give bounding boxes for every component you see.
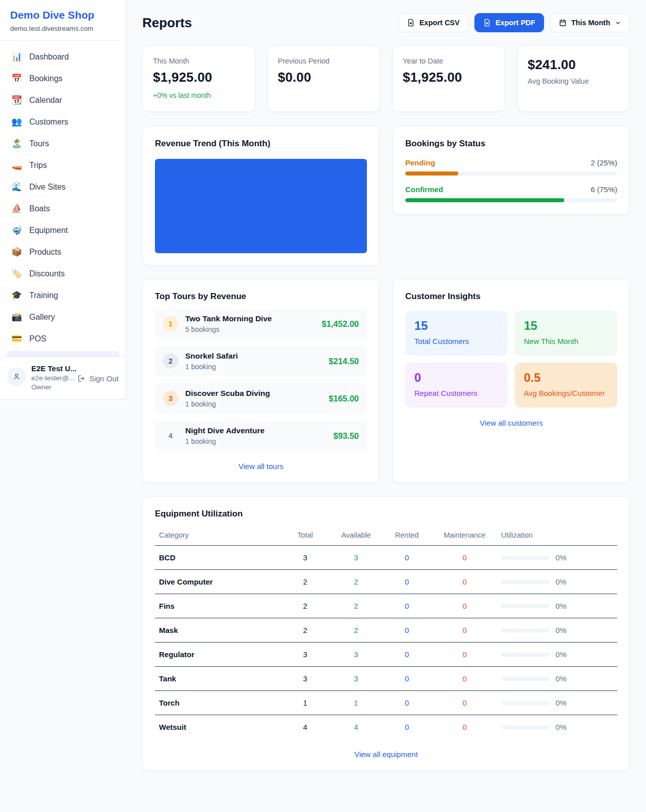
stat-card-avg-booking: $241.00Avg Booking Value <box>517 45 630 112</box>
status-label: Confirmed <box>405 185 443 194</box>
utilization-pct: 0% <box>556 602 567 610</box>
stat-label: Previous Period <box>278 57 370 65</box>
equipment-card: Equipment Utilization CategoryTotalAvail… <box>142 496 630 771</box>
view-all-customers-link[interactable]: View all customers <box>405 419 617 427</box>
period-label: This Month <box>571 19 610 27</box>
export-pdf-label: Export PDF <box>496 19 535 27</box>
sidebar-user: E2E Test U... e2e-tester@... Owner Sign … <box>0 357 126 399</box>
period-dropdown[interactable]: This Month <box>550 13 630 32</box>
status-row-pending: Pending2 (25%) <box>405 158 617 176</box>
rank-badge: 3 <box>163 391 178 406</box>
sidebar-item-label: Boats <box>29 204 50 213</box>
equipment-total: 2 <box>280 570 331 594</box>
sidebar-item-label: Gallery <box>29 313 55 322</box>
progress-fill <box>405 171 458 176</box>
export-pdf-button[interactable]: Export PDF <box>474 13 544 32</box>
sidebar-item-boats[interactable]: ⛵Boats <box>6 198 120 219</box>
sidebar-item-trips[interactable]: 🚤Trips <box>6 154 120 176</box>
sidebar-item-dive-sites[interactable]: 🌊Dive Sites <box>6 176 120 198</box>
stat-label: Year to Date <box>403 57 495 65</box>
table-row: Fins22000% <box>155 594 617 618</box>
sidebar-item-pos[interactable]: 💳POS <box>6 328 120 350</box>
sidebar-item-label: Dashboard <box>29 52 69 62</box>
table-row: Regulator33000% <box>155 643 617 667</box>
people-icon: 👥 <box>11 117 22 127</box>
sidebar-item-discounts[interactable]: 🏷️Discounts <box>6 263 120 284</box>
shop-name: Demo Dive Shop <box>10 9 116 21</box>
sidebar-item-calendar[interactable]: 📆Calendar <box>6 89 120 111</box>
tour-name: Two Tank Morning Dive <box>185 314 272 323</box>
rank-badge: 1 <box>163 316 178 331</box>
rank-badge: 4 <box>163 428 178 443</box>
sidebar-item-reports-partial[interactable] <box>6 351 120 357</box>
utilization-cell: 0% <box>501 553 613 562</box>
table-row: Torch11000% <box>155 691 617 715</box>
sidebar-item-tours[interactable]: 🏝️Tours <box>6 133 120 154</box>
tour-amount: $165.00 <box>329 394 359 403</box>
equipment-rented: 0 <box>382 691 433 715</box>
equipment-rented: 0 <box>382 715 433 739</box>
top-tours-card: Top Tours by Revenue 1Two Tank Morning D… <box>142 279 380 483</box>
equipment-rented: 0 <box>382 643 433 667</box>
bookings-status-title: Bookings by Status <box>405 139 617 149</box>
utilization-pct: 0% <box>556 650 567 659</box>
credit-card-icon: 💳 <box>11 333 22 344</box>
utilization-cell: 0% <box>501 577 613 586</box>
tour-row: 1Two Tank Morning Dive5 bookings$1,452.0… <box>155 309 367 339</box>
progress-track <box>405 171 617 176</box>
equipment-col-total: Total <box>280 525 331 546</box>
sidebar-item-label: Tours <box>29 139 49 148</box>
sidebar-item-gallery[interactable]: 📸Gallery <box>6 306 120 328</box>
sidebar-item-label: Discounts <box>29 269 65 278</box>
sidebar-item-training[interactable]: 🎓Training <box>6 284 120 306</box>
graduation-cap-icon: 🎓 <box>11 290 22 301</box>
equipment-maintenance: 0 <box>433 643 497 667</box>
equipment-category: Dive Computer <box>155 570 280 594</box>
export-csv-button[interactable]: Export CSV <box>398 13 468 32</box>
utilization-bar <box>501 580 550 584</box>
insight-tile-blue: 15Total Customers <box>405 311 508 356</box>
status-count: 6 (75%) <box>590 185 617 194</box>
sidebar-item-dashboard[interactable]: 📊Dashboard <box>6 46 120 68</box>
table-row: Mask22000% <box>155 618 617 643</box>
utilization-bar <box>501 677 550 681</box>
sidebar-item-label: Training <box>29 291 58 300</box>
sign-out-button[interactable]: Sign Out <box>77 374 119 383</box>
view-all-tours-link[interactable]: View all tours <box>155 462 367 471</box>
status-bars: Pending2 (25%)Confirmed6 (75%) <box>405 158 617 202</box>
sidebar-item-label: Equipment <box>29 226 68 235</box>
equipment-available: 2 <box>331 594 382 618</box>
sidebar-item-equipment[interactable]: 🤿Equipment <box>6 219 120 241</box>
sidebar-item-label: Bookings <box>29 74 63 83</box>
revenue-trend-card: Revenue Trend (This Month) <box>142 126 380 266</box>
insight-tile-green: 15New This Month <box>515 311 617 356</box>
insight-label: New This Month <box>524 337 608 345</box>
sidebar-item-bookings[interactable]: 📅Bookings <box>6 68 120 89</box>
utilization-bar <box>501 653 550 657</box>
equipment-category: Tank <box>155 667 280 691</box>
equipment-available: 4 <box>331 715 382 739</box>
main-content: Reports Export CSV Export PDF <box>126 0 646 793</box>
equipment-maintenance: 0 <box>433 594 497 618</box>
tour-info: Discover Scuba Diving1 booking <box>185 389 270 408</box>
tour-row: 3Discover Scuba Diving1 booking$165.00 <box>155 383 367 414</box>
equipment-available: 3 <box>331 546 382 570</box>
equipment-available: 3 <box>331 667 382 691</box>
stats-row: This Month$1,925.00+0% vs last monthPrev… <box>142 45 630 112</box>
sidebar-item-label: Products <box>29 248 61 257</box>
equipment-category: Torch <box>155 691 280 715</box>
export-csv-label: Export CSV <box>419 19 460 27</box>
equipment-rented: 0 <box>382 667 433 691</box>
stat-label: This Month <box>153 57 245 65</box>
bar-chart-icon: 📊 <box>11 51 22 62</box>
equipment-category: Wetsuit <box>155 715 280 739</box>
island-icon: 🏝️ <box>11 138 22 149</box>
sign-out-label: Sign Out <box>89 374 119 383</box>
equipment-rented: 0 <box>382 618 433 643</box>
equipment-col-utilization: Utilization <box>497 525 617 546</box>
equipment-total: 2 <box>280 594 331 618</box>
equipment-total: 3 <box>280 667 331 691</box>
sidebar-item-customers[interactable]: 👥Customers <box>6 111 120 133</box>
view-all-equipment-link[interactable]: View all equipment <box>155 750 617 759</box>
sidebar-item-products[interactable]: 📦Products <box>6 241 120 263</box>
